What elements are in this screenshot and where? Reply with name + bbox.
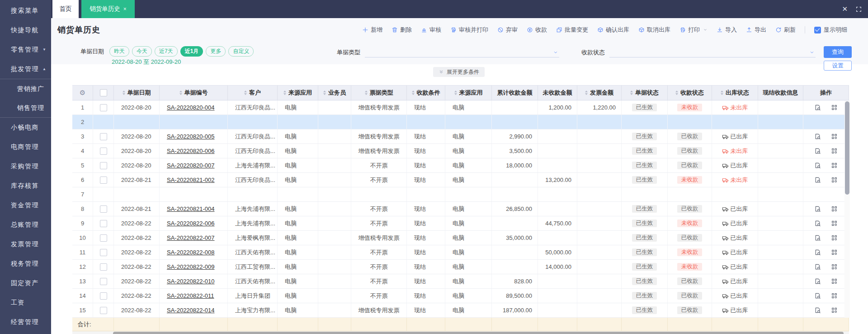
toolbar-button-confirm-out[interactable]: 确认出库 xyxy=(597,26,629,34)
column-header-invoice[interactable]: 发票金额 xyxy=(577,86,622,100)
sidebar-item[interactable]: 总账管理 xyxy=(0,215,51,234)
row-checkbox[interactable] xyxy=(100,307,107,314)
grid-icon[interactable] xyxy=(831,307,838,314)
sidebar-item[interactable]: 经营管理 xyxy=(0,312,51,332)
toolbar-button-audit-print[interactable]: 审核并打印 xyxy=(450,26,488,34)
toolbar-button-refresh[interactable]: 刷新 xyxy=(775,26,796,34)
doc-search-icon[interactable] xyxy=(814,148,821,154)
date-pill[interactable]: 今天 xyxy=(132,46,152,57)
sidebar-item[interactable]: 采购管理 xyxy=(0,157,51,176)
sidebar-item[interactable]: 资金管理 xyxy=(0,196,51,215)
sidebar-item[interactable]: 库存核算 xyxy=(0,176,51,196)
row-checkbox[interactable] xyxy=(100,104,107,111)
grid-icon[interactable] xyxy=(831,177,838,183)
table-row[interactable]: 92022-08-22SA-20220822-006上海先浦有限...电脑不开票… xyxy=(72,216,849,231)
table-row[interactable]: 152022-08-22SA-20220822-014上海宝力有限...电脑增值… xyxy=(72,303,849,318)
toolbar-button-discard[interactable]: 弃审 xyxy=(497,26,518,34)
row-checkbox[interactable] xyxy=(100,278,107,285)
order-code-link[interactable]: SA-20220820-004 xyxy=(167,104,215,111)
toolbar-button-cancel-out[interactable]: 取消出库 xyxy=(638,26,670,34)
grid-icon[interactable] xyxy=(831,249,838,256)
order-code-link[interactable]: SA-20220822-010 xyxy=(167,278,215,285)
row-checkbox[interactable] xyxy=(100,263,107,271)
table-row[interactable]: 52022-08-20SA-20220820-007上海先浦有限...电脑不开票… xyxy=(72,158,849,173)
doc-search-icon[interactable] xyxy=(814,278,821,285)
table-row[interactable]: 82022-08-21SA-20220821-004上海先浦有限...电脑不开票… xyxy=(72,202,849,216)
select-all-checkbox[interactable] xyxy=(100,89,107,96)
table-row[interactable]: 7 xyxy=(72,187,849,202)
column-header-received[interactable]: 累计收款金额 xyxy=(492,86,538,100)
date-pill[interactable]: 自定义 xyxy=(228,46,254,57)
sidebar-item[interactable]: 零售管理▼ xyxy=(0,40,51,59)
table-row[interactable]: 62022-08-21SA-20220821-002江西无印良品...电脑不开票… xyxy=(72,173,849,187)
column-header-pay_status[interactable]: 收款状态 xyxy=(668,86,712,100)
sidebar-item[interactable]: 快捷导航 xyxy=(0,20,51,40)
column-header-source2[interactable]: 来源应用 xyxy=(445,86,492,100)
horizontal-scrollbar-thumb[interactable] xyxy=(113,332,844,334)
toolbar-button-audit[interactable]: 审核 xyxy=(421,26,441,34)
column-header-unreceived[interactable]: 未收款金额 xyxy=(538,86,577,100)
grid-icon[interactable] xyxy=(831,292,838,299)
tab-close-icon[interactable]: × xyxy=(123,6,127,12)
vertical-scrollbar-thumb[interactable] xyxy=(845,101,849,195)
query-button[interactable]: 查询 xyxy=(824,46,852,58)
table-row[interactable]: 102022-08-22SA-20220822-007上海爱枫有限...电脑增值… xyxy=(72,231,849,245)
column-header-doc_status[interactable]: 单据状态 xyxy=(622,86,668,100)
chevron-down-icon[interactable] xyxy=(809,50,815,55)
column-header-bill_type[interactable]: 票据类型 xyxy=(351,86,407,100)
column-header-pay_cond[interactable]: 收款条件 xyxy=(407,86,445,100)
expand-more-conditions[interactable]: 展开更多条件 xyxy=(433,67,485,77)
grid-icon[interactable] xyxy=(831,205,838,212)
table-row[interactable]: 142022-08-22SA-20220822-011上海日升集团电脑不开票现结… xyxy=(72,289,849,303)
doc-search-icon[interactable] xyxy=(814,177,821,183)
doc-search-icon[interactable] xyxy=(814,292,821,299)
order-code-link[interactable]: SA-20220822-009 xyxy=(167,263,215,270)
date-pill[interactable]: 近1月 xyxy=(180,46,203,57)
doc-search-icon[interactable] xyxy=(814,162,821,169)
grid-icon[interactable] xyxy=(831,162,838,169)
gear-icon[interactable]: ⚙ xyxy=(80,89,85,97)
fullscreen-icon[interactable] xyxy=(856,6,862,12)
sidebar-item[interactable]: 营销推广 xyxy=(0,79,51,98)
column-header-out_status[interactable]: 出库状态 xyxy=(712,86,758,100)
column-header-cash_info[interactable]: 现结收款信息 xyxy=(758,86,803,100)
toolbar-button-print[interactable]: 打印 xyxy=(679,26,708,34)
sidebar-item[interactable]: 工资 xyxy=(0,293,51,312)
table-row[interactable]: 32022-08-20SA-20220820-005江西无印良品...电脑增值税… xyxy=(72,129,849,144)
doc-search-icon[interactable] xyxy=(814,307,821,314)
payment-status-select[interactable]: 收款状态 xyxy=(581,47,816,57)
table-row[interactable]: 42022-08-20SA-20220820-006江西无印良品...电脑增值税… xyxy=(72,144,849,158)
order-code-link[interactable]: SA-20220821-004 xyxy=(167,205,215,212)
toolbar-button-trash[interactable]: 删除 xyxy=(392,26,412,34)
doc-type-select[interactable]: 单据类型 xyxy=(337,47,559,57)
grid-icon[interactable] xyxy=(831,148,838,154)
order-code-link[interactable]: SA-20220822-006 xyxy=(167,220,215,227)
tab-sales-history[interactable]: 销货单历史 × xyxy=(81,0,135,18)
column-header-num[interactable]: ⚙ xyxy=(72,86,93,100)
grid-icon[interactable] xyxy=(831,263,838,270)
column-header-ops[interactable]: 操作 xyxy=(803,86,849,100)
row-checkbox[interactable] xyxy=(100,148,107,155)
grid-icon[interactable] xyxy=(831,278,838,285)
row-checkbox[interactable] xyxy=(100,177,107,184)
toolbar-button-export[interactable]: 导出 xyxy=(746,26,766,34)
row-checkbox[interactable] xyxy=(100,133,107,140)
doc-search-icon[interactable] xyxy=(814,263,821,270)
doc-search-icon[interactable] xyxy=(814,133,821,140)
row-checkbox[interactable] xyxy=(100,234,107,242)
order-code-link[interactable]: SA-20220821-002 xyxy=(167,177,215,183)
grid-icon[interactable] xyxy=(831,220,838,227)
column-header-source[interactable]: 来源应用 xyxy=(278,86,318,100)
doc-search-icon[interactable] xyxy=(814,104,821,111)
sidebar-item[interactable]: 搜索菜单 xyxy=(0,1,51,20)
order-code-link[interactable]: SA-20220822-007 xyxy=(167,234,215,241)
sidebar-item[interactable]: 批发管理▲ xyxy=(0,59,51,79)
row-checkbox[interactable] xyxy=(100,162,107,169)
doc-search-icon[interactable] xyxy=(814,234,821,241)
toolbar-button-import[interactable]: 导入 xyxy=(717,26,737,34)
order-code-link[interactable]: SA-20220820-006 xyxy=(167,148,215,154)
show-detail-toggle[interactable]: 显示明细 xyxy=(814,26,847,34)
table-row[interactable]: 2 xyxy=(72,115,849,129)
order-code-link[interactable]: SA-20220822-014 xyxy=(167,307,215,314)
order-code-link[interactable]: SA-20220820-007 xyxy=(167,162,215,169)
